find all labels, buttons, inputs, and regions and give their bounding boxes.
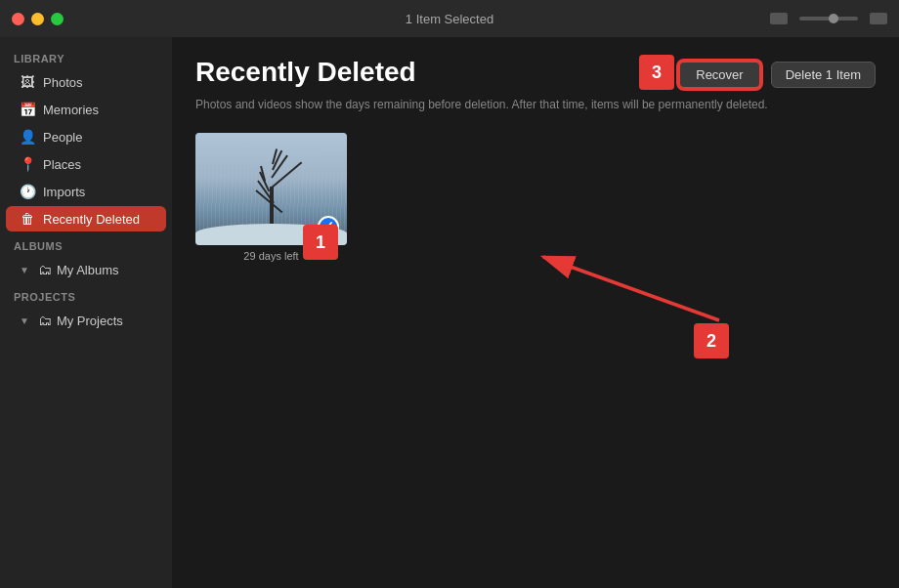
chevron-icon: ▼: [20, 265, 29, 275]
photos-icon: 🖼: [20, 74, 35, 90]
sidebar-item-memories[interactable]: 📅 Memories: [6, 97, 166, 122]
albums-section-label: Albums: [0, 232, 172, 256]
photo-days-label: 29 days left: [243, 250, 298, 262]
annotation-badge-3: 3: [639, 55, 674, 90]
recover-button[interactable]: Recover: [678, 61, 760, 89]
view-icon[interactable]: [870, 13, 887, 24]
sidebar-item-imports-label: Imports: [43, 185, 85, 199]
annotation-arrow-2: 2: [514, 237, 729, 358]
memories-icon: 📅: [20, 102, 35, 117]
badge-1: 1: [303, 225, 338, 260]
sidebar-item-recently-deleted-label: Recently Deleted: [43, 212, 140, 227]
sidebar: Library 🖼 Photos 📅 Memories 👤 People 📍 P…: [0, 37, 172, 588]
chevron-icon-projects: ▼: [20, 315, 29, 326]
project-icon: 🗂: [37, 313, 53, 328]
sidebar-item-photos-label: Photos: [43, 75, 82, 90]
minimize-button[interactable]: [31, 13, 44, 25]
window-title: 1 Item Selected: [406, 12, 493, 26]
places-icon: 📍: [20, 156, 35, 172]
sidebar-item-places[interactable]: 📍 Places: [6, 151, 166, 177]
album-icon: 🗂: [37, 262, 53, 277]
my-albums-label: My Albums: [57, 263, 119, 277]
sidebar-item-people-label: People: [43, 130, 82, 145]
header-buttons: Recover Delete 1 Item: [678, 61, 876, 89]
title-bar: 1 Item Selected: [0, 0, 899, 37]
svg-line-1: [543, 257, 719, 320]
sidebar-item-places-label: Places: [43, 157, 81, 172]
annotation-badge-1: 1: [303, 225, 338, 260]
trash-icon: 🗑: [20, 211, 35, 227]
sidebar-item-recently-deleted[interactable]: 🗑 Recently Deleted: [6, 206, 166, 231]
my-projects-label: My Projects: [57, 314, 123, 328]
library-section-label: Library: [0, 45, 172, 68]
zoom-slider[interactable]: [799, 17, 858, 21]
zoom-slider-thumb: [829, 14, 838, 23]
sidebar-item-my-projects[interactable]: ▼ 🗂 My Projects: [6, 308, 166, 333]
badge-2: 2: [694, 323, 729, 358]
app-body: Library 🖼 Photos 📅 Memories 👤 People 📍 P…: [0, 37, 899, 588]
page-title: Recently Deleted: [195, 57, 416, 88]
sidebar-item-people[interactable]: 👤 People: [6, 124, 166, 149]
sidebar-toggle-icon[interactable]: [770, 13, 788, 24]
content-header: Recently Deleted Recover Delete 1 Item: [195, 57, 876, 89]
fullscreen-button[interactable]: [51, 13, 64, 25]
badge-3: 3: [639, 55, 674, 90]
sidebar-item-imports[interactable]: 🕐 Imports: [6, 179, 166, 204]
sidebar-item-my-albums[interactable]: ▼ 🗂 My Albums: [6, 257, 166, 282]
sidebar-item-memories-label: Memories: [43, 103, 99, 117]
sidebar-item-photos[interactable]: 🖼 Photos: [6, 69, 166, 95]
title-bar-icons: [770, 13, 887, 24]
delete-button[interactable]: Delete 1 Item: [771, 62, 876, 88]
projects-section-label: Projects: [0, 283, 172, 307]
close-button[interactable]: [12, 13, 24, 25]
subtitle-text: Photos and videos show the days remainin…: [195, 97, 876, 113]
main-content: Recently Deleted Recover Delete 1 Item P…: [172, 37, 899, 588]
traffic-lights: [12, 13, 64, 25]
people-icon: 👤: [20, 129, 35, 145]
imports-icon: 🕐: [20, 184, 35, 199]
